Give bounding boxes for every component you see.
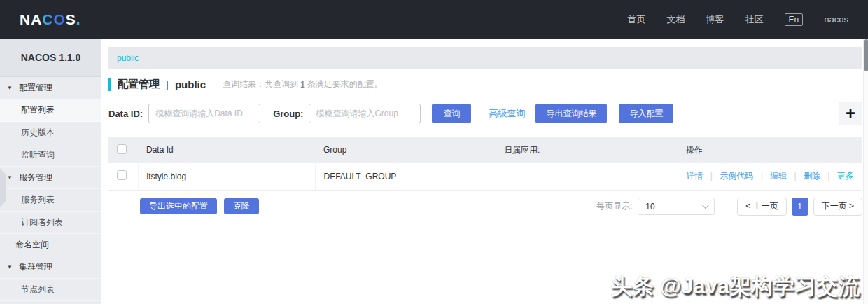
nav-link-blog[interactable]: 博客 — [706, 13, 724, 26]
table-row: itstyle.blog DEFAULT_GROUP 详情 | 示例代码 | 编… — [108, 163, 862, 190]
result-count: 1 — [300, 80, 305, 90]
row-checkbox[interactable] — [117, 170, 127, 180]
data-id-input[interactable] — [148, 104, 260, 123]
select-all-checkbox[interactable] — [117, 144, 127, 154]
action-separator: | — [794, 171, 796, 181]
top-nav-links: 首页 文档 博客 社区 En nacos — [628, 13, 848, 26]
group-label: Group: — [273, 109, 303, 119]
query-button[interactable]: 查询 — [432, 104, 471, 123]
sidebar-version-title: NACOS 1.1.0 — [0, 39, 102, 77]
language-toggle[interactable]: En — [785, 13, 804, 26]
action-separator: | — [827, 171, 830, 181]
caret-down-icon: ▼ — [7, 85, 13, 91]
prev-page-button[interactable]: < 上一页 — [737, 198, 786, 216]
action-separator: | — [761, 171, 763, 181]
sidebar-item-subscriber-list[interactable]: 订阅者列表 — [0, 212, 102, 234]
vertical-scrollbar — [863, 39, 868, 304]
data-id-label: Data ID: — [108, 109, 143, 119]
export-query-results-button[interactable]: 导出查询结果 — [536, 104, 607, 123]
advanced-query-link[interactable]: 高级查询 — [489, 107, 525, 120]
sidebar-collapse-handle[interactable] — [0, 168, 6, 207]
sidebar-item-service-list[interactable]: 服务列表 — [0, 189, 102, 212]
header-data-id: Data Id — [138, 137, 315, 163]
nacos-logo[interactable]: NACOS. — [20, 11, 81, 28]
sidebar-item-listening-query[interactable]: 监听查询 — [0, 144, 102, 167]
top-navbar: NACOS. 首页 文档 博客 社区 En nacos — [0, 0, 868, 39]
page-size-select[interactable]: 10 — [638, 198, 715, 215]
page-size-value: 10 — [645, 202, 654, 212]
scrollbar-thumb[interactable] — [864, 39, 868, 71]
sidebar-item-namespace[interactable]: 命名空间 — [0, 234, 102, 256]
header-checkbox-cell — [108, 137, 138, 163]
page-title: 配置管理 | public — [108, 78, 206, 91]
sidebar-group-config-management[interactable]: ▼ 配置管理 — [0, 77, 102, 99]
current-page-button[interactable]: 1 — [792, 198, 808, 216]
import-config-button[interactable]: 导入配置 — [619, 104, 673, 123]
page-title-namespace: public — [175, 78, 206, 90]
sidebar-group-label: 集群管理 — [19, 261, 52, 273]
table-footer: 导出选中的配置 克隆 每页显示: 10 < 上一页 1 下一页 > — [108, 198, 862, 216]
namespace-bar: public — [108, 47, 862, 69]
nav-link-home[interactable]: 首页 — [628, 13, 646, 26]
sidebar-item-config-list[interactable]: 配置列表 — [0, 99, 102, 122]
row-owning-app — [496, 163, 678, 190]
table-header-row: Data Id Group 归属应用: 操作 — [108, 137, 862, 163]
row-actions: 详情 | 示例代码 | 编辑 | 删除 | 更多 — [678, 163, 862, 190]
action-more-link[interactable]: 更多 — [837, 171, 854, 181]
caret-down-icon: ▼ — [7, 174, 13, 181]
nav-link-community[interactable]: 社区 — [746, 13, 764, 26]
header-actions: 操作 — [678, 137, 862, 163]
page-title-text: 配置管理 — [118, 78, 160, 91]
config-table: Data Id Group 归属应用: 操作 itstyle.blog DEFA… — [108, 137, 862, 191]
caret-down-icon: ▼ — [7, 264, 13, 270]
namespace-tab-public[interactable]: public — [117, 53, 139, 63]
main-content: public 配置管理 | public 查询结果：共查询到 1 条满足要求的配… — [102, 39, 868, 304]
sidebar-group-label: 服务管理 — [19, 172, 52, 184]
sidebar: NACOS 1.1.0 ▼ 配置管理 配置列表 历史版本 监听查询 ▼ 服务管理… — [0, 39, 102, 304]
title-row: 配置管理 | public 查询结果：共查询到 1 条满足要求的配置。 — [108, 78, 862, 91]
logo-infinity-icon: CO — [42, 11, 66, 28]
title-separator: | — [166, 78, 169, 90]
query-result-summary: 查询结果：共查询到 1 条满足要求的配置。 — [223, 78, 383, 90]
current-user[interactable]: nacos — [824, 14, 848, 25]
sidebar-group-service-management[interactable]: ▼ 服务管理 — [0, 167, 102, 189]
export-selected-button[interactable]: 导出选中的配置 — [140, 198, 217, 214]
watermark-text: 头条 @Java架构学习交流 — [610, 272, 860, 301]
action-delete-link[interactable]: 删除 — [804, 171, 820, 181]
add-config-button[interactable]: + — [839, 102, 862, 125]
result-suffix: 条满足要求的配置。 — [307, 78, 383, 90]
row-checkbox-cell — [108, 163, 138, 190]
chevron-down-icon — [702, 202, 709, 209]
next-page-button[interactable]: 下一页 > — [813, 198, 862, 216]
header-owning-app: 归属应用: — [496, 137, 678, 163]
search-toolbar: Data ID: Group: 查询 高级查询 导出查询结果 导入配置 + — [108, 102, 862, 125]
row-data-id: itstyle.blog — [138, 163, 315, 190]
result-prefix: 查询结果：共查询到 — [223, 78, 298, 90]
sidebar-item-history-versions[interactable]: 历史版本 — [0, 122, 102, 144]
logo-dot: . — [76, 11, 81, 28]
action-details-link[interactable]: 详情 — [687, 171, 704, 181]
logo-text-na: NA — [20, 11, 42, 28]
action-edit-link[interactable]: 编辑 — [770, 171, 787, 181]
sidebar-menu: ▼ 配置管理 配置列表 历史版本 监听查询 ▼ 服务管理 服务列表 订阅者列表 … — [0, 77, 102, 301]
action-sample-code-link[interactable]: 示例代码 — [720, 171, 753, 181]
header-group: Group — [315, 137, 496, 163]
sidebar-group-cluster-management[interactable]: ▼ 集群管理 — [0, 256, 102, 279]
page-size-label: 每页显示: — [596, 200, 632, 212]
sidebar-item-node-list[interactable]: 节点列表 — [0, 279, 102, 301]
logo-text-s: S — [66, 11, 76, 28]
nav-link-docs[interactable]: 文档 — [667, 13, 685, 26]
clone-button[interactable]: 克隆 — [224, 198, 259, 214]
sidebar-group-label: 配置管理 — [19, 82, 52, 94]
row-group: DEFAULT_GROUP — [315, 163, 496, 190]
group-input[interactable] — [309, 104, 421, 123]
pagination: 每页显示: 10 < 上一页 1 下一页 > — [596, 198, 862, 216]
action-separator: | — [710, 171, 713, 181]
